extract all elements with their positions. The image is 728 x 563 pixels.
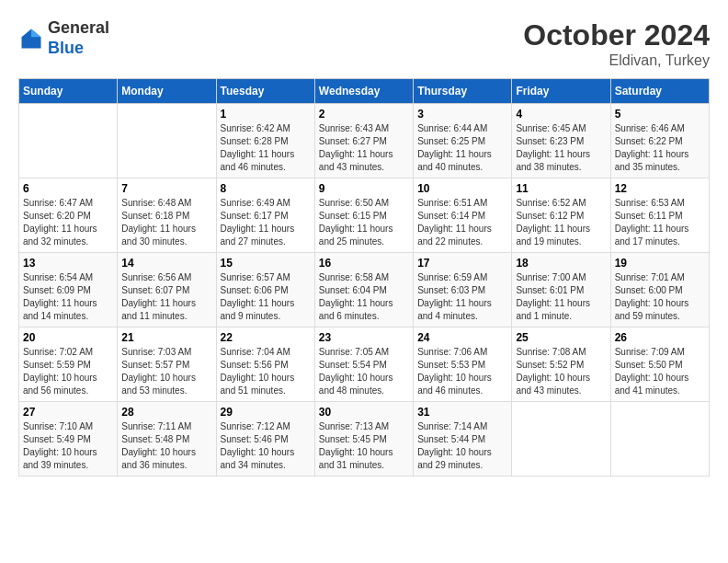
- title-block: October 2024 Eldivan, Turkey: [523, 18, 710, 69]
- calendar-cell: [610, 402, 709, 477]
- day-number: 13: [23, 257, 113, 270]
- calendar-cell: 28 Sunrise: 7:11 AMSunset: 5:48 PMDaylig…: [118, 402, 216, 477]
- calendar-cell: 29 Sunrise: 7:12 AMSunset: 5:46 PMDaylig…: [216, 402, 314, 477]
- calendar-week-row: 27 Sunrise: 7:10 AMSunset: 5:49 PMDaylig…: [19, 402, 710, 477]
- day-detail: Sunrise: 6:43 AMSunset: 6:27 PMDaylight:…: [319, 122, 409, 174]
- calendar-body: 1 Sunrise: 6:42 AMSunset: 6:28 PMDayligh…: [19, 104, 710, 477]
- day-number: 4: [516, 108, 606, 121]
- day-number: 7: [121, 182, 211, 195]
- day-detail: Sunrise: 7:14 AMSunset: 5:44 PMDaylight:…: [417, 420, 507, 472]
- calendar-table: SundayMondayTuesdayWednesdayThursdayFrid…: [18, 78, 710, 477]
- day-of-week-header: Friday: [512, 79, 610, 104]
- calendar-cell: 17 Sunrise: 6:59 AMSunset: 6:03 PMDaylig…: [414, 253, 512, 327]
- calendar-cell: 20 Sunrise: 7:02 AMSunset: 5:59 PMDaylig…: [19, 327, 118, 402]
- calendar-cell: 9 Sunrise: 6:50 AMSunset: 6:15 PMDayligh…: [314, 178, 413, 253]
- calendar-cell: [512, 402, 610, 477]
- day-detail: Sunrise: 7:10 AMSunset: 5:49 PMDaylight:…: [23, 420, 113, 472]
- calendar-cell: [118, 104, 216, 178]
- day-detail: Sunrise: 6:59 AMSunset: 6:03 PMDaylight:…: [417, 271, 507, 323]
- day-detail: Sunrise: 6:50 AMSunset: 6:15 PMDaylight:…: [319, 197, 409, 248]
- day-detail: Sunrise: 6:48 AMSunset: 6:18 PMDaylight:…: [121, 197, 211, 248]
- logo-icon: [18, 26, 44, 52]
- day-number: 17: [417, 257, 507, 270]
- calendar-cell: 25 Sunrise: 7:08 AMSunset: 5:52 PMDaylig…: [512, 327, 610, 402]
- day-of-week-header: Wednesday: [314, 79, 413, 104]
- day-number: 23: [319, 331, 409, 344]
- day-of-week-header: Sunday: [19, 79, 118, 104]
- day-number: 15: [221, 257, 311, 270]
- day-number: 2: [319, 108, 409, 121]
- day-of-week-header: Monday: [118, 79, 216, 104]
- calendar-cell: 31 Sunrise: 7:14 AMSunset: 5:44 PMDaylig…: [414, 402, 512, 477]
- day-detail: Sunrise: 6:52 AMSunset: 6:12 PMDaylight:…: [516, 197, 606, 248]
- day-detail: Sunrise: 6:44 AMSunset: 6:25 PMDaylight:…: [417, 122, 507, 174]
- logo-text: General Blue: [48, 18, 109, 58]
- calendar-cell: 27 Sunrise: 7:10 AMSunset: 5:49 PMDaylig…: [19, 402, 118, 477]
- day-number: 10: [417, 182, 507, 195]
- day-detail: Sunrise: 7:01 AMSunset: 6:00 PMDaylight:…: [615, 271, 705, 323]
- day-detail: Sunrise: 7:12 AMSunset: 5:46 PMDaylight:…: [221, 420, 311, 472]
- calendar-week-row: 6 Sunrise: 6:47 AMSunset: 6:20 PMDayligh…: [19, 178, 710, 253]
- calendar-cell: 22 Sunrise: 7:04 AMSunset: 5:56 PMDaylig…: [216, 327, 314, 402]
- day-detail: Sunrise: 6:51 AMSunset: 6:14 PMDaylight:…: [417, 197, 507, 248]
- day-number: 1: [221, 108, 311, 121]
- day-detail: Sunrise: 6:47 AMSunset: 6:20 PMDaylight:…: [23, 197, 113, 248]
- calendar-header-row: SundayMondayTuesdayWednesdayThursdayFrid…: [19, 79, 710, 104]
- day-detail: Sunrise: 6:42 AMSunset: 6:28 PMDaylight:…: [221, 122, 311, 174]
- day-detail: Sunrise: 6:54 AMSunset: 6:09 PMDaylight:…: [23, 271, 113, 323]
- calendar-cell: 11 Sunrise: 6:52 AMSunset: 6:12 PMDaylig…: [512, 178, 610, 253]
- day-of-week-header: Saturday: [610, 79, 709, 104]
- day-number: 16: [319, 257, 409, 270]
- month-title: October 2024: [523, 18, 710, 52]
- day-detail: Sunrise: 7:04 AMSunset: 5:56 PMDaylight:…: [221, 346, 311, 397]
- calendar-cell: 30 Sunrise: 7:13 AMSunset: 5:45 PMDaylig…: [314, 402, 413, 477]
- day-number: 9: [319, 182, 409, 195]
- day-number: 27: [23, 406, 113, 419]
- calendar-cell: 1 Sunrise: 6:42 AMSunset: 6:28 PMDayligh…: [216, 104, 314, 178]
- calendar-cell: 26 Sunrise: 7:09 AMSunset: 5:50 PMDaylig…: [610, 327, 709, 402]
- day-number: 5: [615, 108, 705, 121]
- calendar-cell: 2 Sunrise: 6:43 AMSunset: 6:27 PMDayligh…: [314, 104, 413, 178]
- day-number: 29: [221, 406, 311, 419]
- calendar-cell: 16 Sunrise: 6:58 AMSunset: 6:04 PMDaylig…: [314, 253, 413, 327]
- page-header: General Blue October 2024 Eldivan, Turke…: [18, 18, 710, 69]
- calendar-week-row: 1 Sunrise: 6:42 AMSunset: 6:28 PMDayligh…: [19, 104, 710, 178]
- day-number: 19: [615, 257, 705, 270]
- day-detail: Sunrise: 6:58 AMSunset: 6:04 PMDaylight:…: [319, 271, 409, 323]
- calendar-cell: 8 Sunrise: 6:49 AMSunset: 6:17 PMDayligh…: [216, 178, 314, 253]
- day-number: 18: [516, 257, 606, 270]
- calendar-cell: 3 Sunrise: 6:44 AMSunset: 6:25 PMDayligh…: [414, 104, 512, 178]
- day-number: 11: [516, 182, 606, 195]
- calendar-cell: 5 Sunrise: 6:46 AMSunset: 6:22 PMDayligh…: [610, 104, 709, 178]
- calendar-cell: [19, 104, 118, 178]
- day-detail: Sunrise: 7:11 AMSunset: 5:48 PMDaylight:…: [121, 420, 211, 472]
- calendar-cell: 18 Sunrise: 7:00 AMSunset: 6:01 PMDaylig…: [512, 253, 610, 327]
- day-number: 14: [121, 257, 211, 270]
- day-number: 3: [417, 108, 507, 121]
- day-of-week-header: Tuesday: [216, 79, 314, 104]
- calendar-cell: 6 Sunrise: 6:47 AMSunset: 6:20 PMDayligh…: [19, 178, 118, 253]
- day-number: 26: [615, 331, 705, 344]
- calendar-cell: 15 Sunrise: 6:57 AMSunset: 6:06 PMDaylig…: [216, 253, 314, 327]
- day-detail: Sunrise: 6:46 AMSunset: 6:22 PMDaylight:…: [615, 122, 705, 174]
- calendar-cell: 10 Sunrise: 6:51 AMSunset: 6:14 PMDaylig…: [414, 178, 512, 253]
- day-number: 30: [319, 406, 409, 419]
- calendar-week-row: 20 Sunrise: 7:02 AMSunset: 5:59 PMDaylig…: [19, 327, 710, 402]
- day-of-week-header: Thursday: [414, 79, 512, 104]
- day-number: 24: [417, 331, 507, 344]
- calendar-cell: 13 Sunrise: 6:54 AMSunset: 6:09 PMDaylig…: [19, 253, 118, 327]
- day-number: 21: [121, 331, 211, 344]
- calendar-cell: 21 Sunrise: 7:03 AMSunset: 5:57 PMDaylig…: [118, 327, 216, 402]
- day-detail: Sunrise: 7:00 AMSunset: 6:01 PMDaylight:…: [516, 271, 606, 323]
- calendar-cell: 24 Sunrise: 7:06 AMSunset: 5:53 PMDaylig…: [414, 327, 512, 402]
- svg-marker-1: [31, 29, 41, 37]
- day-number: 6: [23, 182, 113, 195]
- day-detail: Sunrise: 6:49 AMSunset: 6:17 PMDaylight:…: [221, 197, 311, 248]
- day-detail: Sunrise: 6:57 AMSunset: 6:06 PMDaylight:…: [221, 271, 311, 323]
- day-detail: Sunrise: 6:53 AMSunset: 6:11 PMDaylight:…: [615, 197, 705, 248]
- calendar-cell: 4 Sunrise: 6:45 AMSunset: 6:23 PMDayligh…: [512, 104, 610, 178]
- calendar-cell: 23 Sunrise: 7:05 AMSunset: 5:54 PMDaylig…: [314, 327, 413, 402]
- calendar-cell: 19 Sunrise: 7:01 AMSunset: 6:00 PMDaylig…: [610, 253, 709, 327]
- day-number: 20: [23, 331, 113, 344]
- location-subtitle: Eldivan, Turkey: [523, 52, 710, 69]
